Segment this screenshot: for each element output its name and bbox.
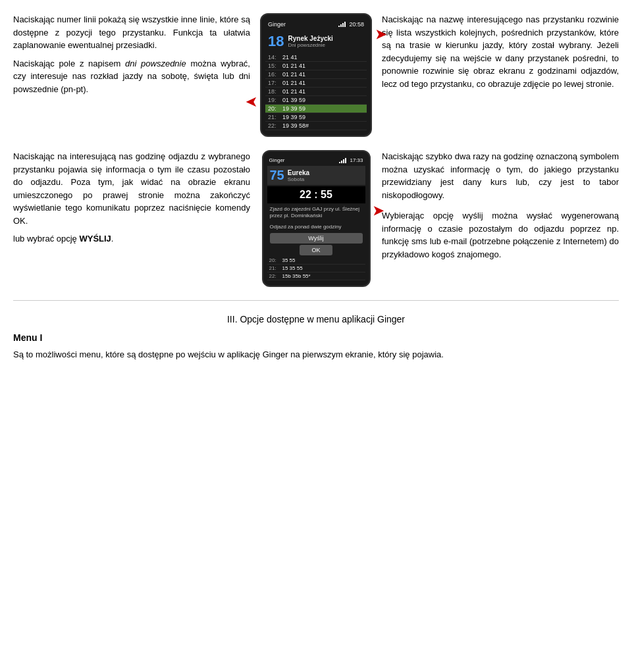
- top-right-para1: Naciskając na nazwę interesującego nas p…: [382, 13, 619, 90]
- phone1-container: Ginger 20:58 18: [257, 13, 375, 137]
- signal-bar-4: [344, 22, 346, 27]
- table-row: 20: 35 55: [267, 257, 365, 265]
- times-cell: 19 39 58#: [280, 122, 367, 130]
- left-arrow-icon: ➤: [246, 95, 257, 111]
- phone1-wrapper: Ginger 20:58 18: [260, 13, 372, 137]
- times-cell: 19 39 59: [280, 105, 367, 113]
- phone1-status-icons: 20:58: [338, 21, 364, 28]
- table-row: 21: 15 35 55: [267, 265, 365, 272]
- phone1-times-table: 14: 21 41 15: 01 21 41 16: 01 21 41: [265, 53, 367, 130]
- times-cell: 01 39 59: [280, 96, 367, 105]
- hour-cell: 19:: [265, 96, 280, 105]
- signal-bar-3: [342, 23, 344, 27]
- wyslij-button[interactable]: Wyślij: [270, 233, 363, 244]
- phone1-mock: Ginger 20:58 18: [260, 13, 372, 137]
- signal-bar2-4: [345, 158, 346, 163]
- phone1-signal: [338, 22, 346, 27]
- hour-cell: 21:: [267, 265, 280, 272]
- phone1-route-info: Rynek Jeżycki Dni powszednie: [288, 35, 332, 48]
- middle-left-para2-intro: lub wybrać opcję: [13, 234, 79, 244]
- middle-left-para2-bold: WYŚLIJ: [79, 234, 111, 244]
- table-row: 21: 19 39 59: [265, 113, 367, 122]
- ok-button[interactable]: OK: [300, 245, 332, 255]
- table-row: 14: 21 41: [265, 53, 367, 62]
- table-row: 16: 01 21 41: [265, 70, 367, 79]
- times-cell: 15 35 55: [280, 265, 365, 272]
- top-left-para2: Naciskając pole z napisem dni powszednie…: [13, 57, 250, 96]
- top-left-para1: Naciskając numer linii pokażą się wszyst…: [13, 13, 250, 52]
- top-right-text-block: Naciskając na nazwę interesującego nas p…: [382, 13, 619, 137]
- phone2-container: Ginger 17:33 75: [257, 150, 375, 287]
- section-divider: [13, 300, 619, 301]
- middle-left-para1: Naciskając na interesującą nas godzinę o…: [13, 150, 250, 227]
- top-left-para2-italic: dni powszednie: [125, 59, 186, 68]
- hour-cell: 18:: [265, 88, 280, 96]
- hour-cell: 15:: [265, 62, 280, 70]
- top-section: Naciskając numer linii pokażą się wszyst…: [13, 13, 619, 137]
- phone1-route-subname: Dni powszednie: [288, 42, 332, 48]
- hour-cell: 17:: [265, 79, 280, 88]
- table-row: 22: 19 39 58#: [265, 122, 367, 130]
- signal-bar2-2: [341, 161, 342, 163]
- table-row: 22: 15b 35b 55*: [267, 272, 365, 280]
- hour-cell: 20:: [267, 257, 280, 265]
- phone2-app-name: Ginger: [269, 157, 285, 163]
- middle-right-para2: Wybierając opcję wyślij można wysłać wyg…: [382, 209, 619, 261]
- phone2-status-icons: 17:33: [339, 157, 363, 163]
- right-arrow2-icon: ➤: [373, 203, 384, 219]
- table-row: 19: 01 39 59: [265, 96, 367, 105]
- phone2-route-row: 75 Eureka Sobota: [267, 166, 365, 185]
- phone2-status-bar: Ginger 17:33: [267, 157, 365, 164]
- phone1-app-name: Ginger: [268, 21, 286, 28]
- phone2-route-info-block: Eureka Sobota: [288, 169, 309, 182]
- times-cell: 15b 35b 55*: [280, 272, 365, 280]
- phone2-wrapper: Ginger 17:33 75: [262, 150, 371, 287]
- times-cell: 21 41: [280, 53, 367, 62]
- phone2-route-sub: Sobota: [288, 176, 309, 182]
- hour-cell: 22:: [267, 272, 280, 280]
- middle-left-para2: lub wybrać opcję WYŚLIJ.: [13, 232, 250, 246]
- phone2-desc2: Odjazd za ponad dwie godziny: [267, 222, 365, 232]
- hour-cell: 22:: [265, 122, 280, 130]
- middle-right-text: Naciskając szybko dwa razy na godzinę oz…: [382, 150, 619, 287]
- phone1-route-name: Rynek Jeżycki: [288, 35, 332, 42]
- bottom-paragraph: Są to możliwości menu, które są dostępne…: [13, 348, 619, 362]
- phone1-route-number: 18: [268, 33, 284, 50]
- top-left-para2-intro: Naciskając pole z napisem: [13, 59, 125, 68]
- times-cell: 19 39 59: [280, 113, 367, 122]
- phone2-time-display: 22 : 55: [267, 186, 365, 203]
- main-container: Naciskając numer linii pokażą się wszyst…: [13, 13, 619, 362]
- table-row: 15: 01 21 41: [265, 62, 367, 70]
- signal-bar2-3: [343, 159, 344, 163]
- hour-cell: 14:: [265, 53, 280, 62]
- signal-bar-1: [338, 26, 340, 27]
- times-cell: 01 21 41: [280, 62, 367, 70]
- right-arrow-icon: ➤: [375, 26, 386, 42]
- phone2-route-number: 75: [270, 168, 284, 183]
- phone2-desc1: Zjazd do zajezdni GAJ przy ul. Śleżnej p…: [267, 205, 365, 221]
- section-heading: III. Opcje dostępne w menu aplikacji Gin…: [13, 314, 619, 324]
- times-cell: 01 21 41: [280, 79, 367, 88]
- phone1-route-header: 18 Rynek Jeżycki Dni powszednie: [265, 31, 367, 52]
- phone2-route-name: Eureka: [288, 169, 309, 176]
- times-cell: 01 21 41: [280, 88, 367, 96]
- middle-right-para1: Naciskając szybko dwa razy na godzinę oz…: [382, 150, 619, 201]
- menu-heading: Menu I: [13, 332, 619, 343]
- times-cell: 35 55: [280, 257, 365, 265]
- phone2-time: 17:33: [350, 157, 363, 163]
- phone1-time: 20:58: [349, 21, 364, 28]
- bottom-text-section: III. Opcje dostępne w menu aplikacji Gin…: [13, 314, 619, 362]
- table-row: 17: 01 21 41: [265, 79, 367, 88]
- table-row: 18: 01 21 41: [265, 88, 367, 96]
- phone2-mock: Ginger 17:33 75: [262, 150, 371, 287]
- top-left-text-block: Naciskając numer linii pokażą się wszyst…: [13, 13, 250, 137]
- middle-left-text: Naciskając na interesującą nas godzinę o…: [13, 150, 250, 287]
- table-row-highlighted: 20: 19 39 59: [265, 105, 367, 113]
- hour-cell: 21:: [265, 113, 280, 122]
- middle-section: Naciskając na interesującą nas godzinę o…: [13, 150, 619, 287]
- phone2-times-table: 20: 35 55 21: 15 35 55 22: 15b 35b 55*: [267, 257, 365, 280]
- signal-bar-2: [340, 24, 342, 27]
- times-cell: 01 21 41: [280, 70, 367, 79]
- phone2-signal: [339, 158, 346, 163]
- hour-cell: 20:: [265, 105, 280, 113]
